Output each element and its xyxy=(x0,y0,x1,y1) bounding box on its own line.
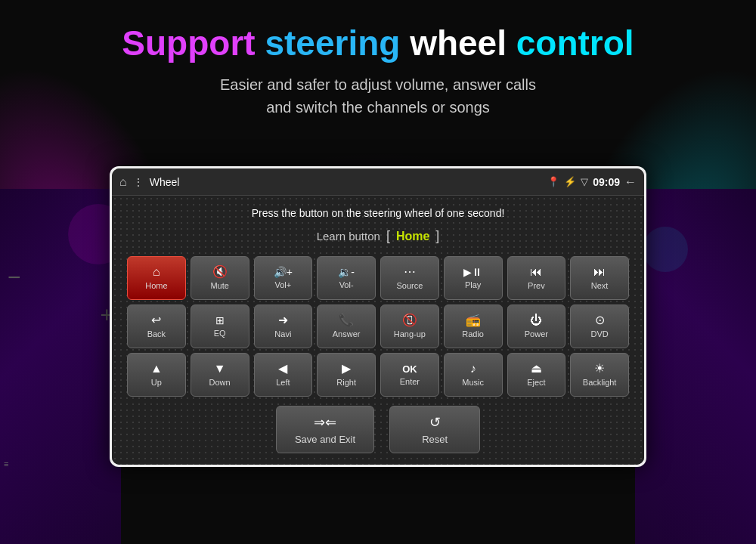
btn-dvd[interactable]: ⊙ DVD xyxy=(570,304,629,348)
title-word-support: Support xyxy=(122,23,255,63)
reset-icon: ↺ xyxy=(429,414,441,431)
down-icon: ▼ xyxy=(214,363,226,375)
side-left-panel: − + ≡ xyxy=(0,189,121,544)
btn-eq-label: EQ xyxy=(214,329,226,338)
reset-label: Reset xyxy=(422,434,448,445)
backlight-icon: ☀ xyxy=(594,363,605,375)
eq-icon: ⊞ xyxy=(215,315,225,326)
btn-right[interactable]: ▶ Right xyxy=(317,353,376,397)
btn-navi-label: Navi xyxy=(274,329,291,338)
btn-music[interactable]: ♪ Music xyxy=(444,353,503,397)
status-bar: ⌂ ⋮ Wheel 📍 ⚡ ▽ 09:09 ← xyxy=(112,168,644,196)
btn-eject-label: Eject xyxy=(527,378,545,387)
btn-hangup-label: Hang-up xyxy=(394,329,426,338)
btn-power-label: Power xyxy=(525,329,548,338)
btn-down[interactable]: ▼ Down xyxy=(191,353,249,397)
source-icon: ⋯ xyxy=(404,266,416,278)
left-icon: ◀ xyxy=(278,363,287,375)
btn-answer-label: Answer xyxy=(333,329,361,338)
ok-icon: OK xyxy=(402,364,417,374)
learn-bracket-left: [ xyxy=(386,228,390,244)
control-button-grid: ⌂ Home 🔇 Mute 🔊+ Vol+ 🔉- Vol- ⋯ Sou xyxy=(127,256,629,397)
app-content: Press the button on the steering wheel o… xyxy=(112,196,644,465)
btn-hangup[interactable]: 📵 Hang-up xyxy=(380,304,439,348)
learn-bracket-right: ] xyxy=(435,228,439,244)
btn-power[interactable]: ⏻ Power xyxy=(507,304,566,348)
btn-vol-plus-label: Vol+ xyxy=(275,280,292,289)
btn-home[interactable]: ⌂ Home xyxy=(127,256,186,300)
instruction-text: Press the button on the steering wheel o… xyxy=(127,207,629,219)
btn-back[interactable]: ↩ Back xyxy=(127,304,186,348)
action-row: ⇒⇐ Save and Exit ↺ Reset xyxy=(127,406,629,453)
btn-play-label: Play xyxy=(465,280,481,289)
btn-navi[interactable]: ➜ Navi xyxy=(254,304,313,348)
device-screen: ⌂ ⋮ Wheel 📍 ⚡ ▽ 09:09 ← Press the button… xyxy=(112,168,644,465)
btn-prev[interactable]: ⏮ Prev xyxy=(507,256,566,300)
learn-current-value: Home xyxy=(396,230,429,243)
navi-icon: ➜ xyxy=(278,314,288,326)
back-nav-icon[interactable]: ← xyxy=(624,175,637,189)
vol-plus-icon: 🔊+ xyxy=(274,267,293,277)
power-icon: ⏻ xyxy=(530,314,542,326)
answer-icon: 📞 xyxy=(339,314,354,326)
btn-mute-label: Mute xyxy=(210,281,228,290)
btn-source-label: Source xyxy=(396,281,423,290)
home-nav-icon[interactable]: ⌂ xyxy=(119,175,127,189)
btn-mute[interactable]: 🔇 Mute xyxy=(191,256,249,300)
up-icon: ▲ xyxy=(150,363,163,375)
btn-answer[interactable]: 📞 Answer xyxy=(317,304,376,348)
home-icon: ⌂ xyxy=(153,266,160,278)
app-name-label: Wheel xyxy=(150,176,548,188)
btn-ok-label: Enter xyxy=(400,377,420,386)
menu-icon[interactable]: ⋮ xyxy=(133,176,144,188)
btn-music-label: Music xyxy=(462,378,484,387)
vol-minus-icon: 🔉- xyxy=(338,267,355,277)
btn-backlight[interactable]: ☀ Backlight xyxy=(570,353,629,397)
prev-icon: ⏮ xyxy=(530,266,542,278)
music-icon: ♪ xyxy=(470,363,476,375)
location-icon: 📍 xyxy=(547,176,559,187)
next-icon: ⏭ xyxy=(593,266,606,278)
right-icon: ▶ xyxy=(342,363,351,375)
btn-up[interactable]: ▲ Up xyxy=(127,353,186,397)
dvd-icon: ⊙ xyxy=(595,314,605,326)
back-icon: ↩ xyxy=(151,314,161,326)
bluetooth-icon: ⚡ xyxy=(564,176,576,187)
subtitle-line1: Easier and safer to adjust volume, answe… xyxy=(220,76,536,93)
btn-ok[interactable]: OK Enter xyxy=(380,353,439,397)
btn-radio-label: Radio xyxy=(462,329,484,338)
status-time: 09:09 xyxy=(593,176,620,188)
learn-button-row: Learn button [ Home ] xyxy=(127,228,629,244)
hangup-icon: 📵 xyxy=(402,314,417,326)
btn-dvd-label: DVD xyxy=(591,329,609,338)
main-title: Support steering wheel control xyxy=(0,23,756,64)
save-exit-button[interactable]: ⇒⇐ Save and Exit xyxy=(276,406,374,453)
btn-play[interactable]: ▶⏸ Play xyxy=(444,256,503,300)
eject-icon: ⏏ xyxy=(531,363,542,375)
reset-button[interactable]: ↺ Reset xyxy=(389,406,480,453)
btn-down-label: Down xyxy=(209,378,231,387)
title-word-wheel: wheel xyxy=(410,23,507,63)
btn-prev-label: Prev xyxy=(528,281,545,290)
btn-vol-plus[interactable]: 🔊+ Vol+ xyxy=(254,256,313,300)
btn-source[interactable]: ⋯ Source xyxy=(380,256,439,300)
btn-right-label: Right xyxy=(336,378,356,387)
save-exit-icon: ⇒⇐ xyxy=(314,414,336,431)
btn-vol-minus[interactable]: 🔉- Vol- xyxy=(317,256,376,300)
side-right-panel xyxy=(635,189,756,544)
btn-left[interactable]: ◀ Left xyxy=(254,353,313,397)
btn-left-label: Left xyxy=(276,378,290,387)
subtitle: Easier and safer to adjust volume, answe… xyxy=(0,73,756,119)
btn-home-label: Home xyxy=(145,281,167,290)
status-right-area: 📍 ⚡ ▽ 09:09 ← xyxy=(547,175,637,189)
subtitle-line2: and switch the channels or songs xyxy=(266,99,490,116)
btn-vol-minus-label: Vol- xyxy=(339,280,354,289)
btn-eject[interactable]: ⏏ Eject xyxy=(507,353,566,397)
title-word-steering: steering xyxy=(265,23,400,63)
btn-next[interactable]: ⏭ Next xyxy=(570,256,629,300)
btn-eq[interactable]: ⊞ EQ xyxy=(191,304,249,348)
btn-radio[interactable]: 📻 Radio xyxy=(444,304,503,348)
radio-icon: 📻 xyxy=(466,314,481,326)
btn-next-label: Next xyxy=(591,281,609,290)
btn-backlight-label: Backlight xyxy=(583,378,617,387)
